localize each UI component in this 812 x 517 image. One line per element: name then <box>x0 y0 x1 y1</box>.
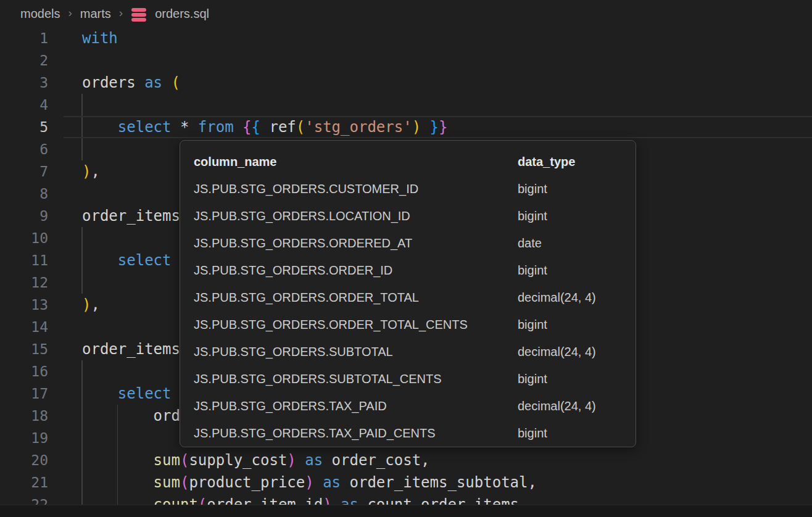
code-row[interactable]: 4 <box>0 94 812 116</box>
breadcrumb-item-file[interactable]: orders.sql <box>155 7 209 21</box>
code-token-pl: ref <box>260 118 296 136</box>
code-token-kw: with <box>82 30 118 47</box>
column-name-cell: JS.PUB.STG_ORDERS.ORDERED_AT <box>194 230 412 257</box>
code-line[interactable]: sum(supply_cost) as order_cost, <box>82 449 430 471</box>
column-name-cell: JS.PUB.STG_ORDERS.ORDER_TOTAL <box>194 284 419 311</box>
code-token-pl: , <box>91 296 99 313</box>
line-number[interactable]: 8 <box>0 183 48 205</box>
code-token-b2: ) <box>305 474 313 491</box>
chevron-right-icon: › <box>68 6 72 20</box>
code-token-kw: from <box>198 118 234 136</box>
code-token-pl: order_cost, <box>323 452 429 469</box>
code-line[interactable]: select <box>82 249 172 271</box>
code-row[interactable]: 20 sum(supply_cost) as order_cost, <box>0 449 812 471</box>
line-number[interactable]: 1 <box>0 27 48 49</box>
code-row[interactable]: 21 sum(product_price) as order_items_sub… <box>0 471 812 494</box>
code-token-ws <box>82 385 118 402</box>
popup-header-row: column_name data_type <box>180 148 636 175</box>
bottom-panel <box>0 505 812 517</box>
line-number[interactable]: 11 <box>0 249 48 271</box>
column-name-cell: JS.PUB.STG_ORDERS.TAX_PAID <box>194 392 387 420</box>
code-token-ws <box>82 118 118 136</box>
table-row: JS.PUB.STG_ORDERS.SUBTOTALdecimal(24, 4) <box>180 338 636 365</box>
line-number[interactable]: 6 <box>0 138 48 160</box>
line-number[interactable]: 16 <box>0 360 48 383</box>
code-row[interactable]: 5 select * from {{ ref('stg_orders') }} <box>0 116 812 138</box>
table-row: JS.PUB.STG_ORDERS.TAX_PAID_CENTSbigint <box>180 420 636 447</box>
code-token-fn: sum <box>154 474 180 491</box>
column-name-cell: JS.PUB.STG_ORDERS.ORDER_ID <box>194 257 392 284</box>
line-number[interactable]: 12 <box>0 271 48 294</box>
line-number[interactable]: 9 <box>0 205 48 227</box>
code-token-pl: orders <box>82 74 144 91</box>
code-line[interactable]: ord <box>82 405 180 427</box>
indent-guide <box>81 360 83 383</box>
code-token-pl: * <box>172 118 198 136</box>
breadcrumb: models › marts › orders.sql <box>20 0 209 27</box>
table-row: JS.PUB.STG_ORDERS.TAX_PAIDdecimal(24, 4) <box>180 392 636 420</box>
code-line[interactable]: ), <box>82 294 100 316</box>
table-row: JS.PUB.STG_ORDERS.ORDER_TOTAL_CENTSbigin… <box>180 311 636 338</box>
code-line[interactable]: with <box>82 27 118 49</box>
data-type-cell: decimal(24, 4) <box>518 392 596 420</box>
line-number[interactable]: 3 <box>0 72 48 94</box>
chevron-right-icon: › <box>119 6 123 20</box>
code-line[interactable]: order_items <box>82 205 180 227</box>
column-name-cell: JS.PUB.STG_ORDERS.SUBTOTAL <box>194 338 393 365</box>
column-name-cell: JS.PUB.STG_ORDERS.CUSTOMER_ID <box>194 175 418 202</box>
code-line[interactable]: select <box>82 383 172 405</box>
breadcrumb-item-marts[interactable]: marts <box>80 7 111 21</box>
code-token-pl: supply_cost <box>189 452 287 469</box>
table-row: JS.PUB.STG_ORDERS.CUSTOMER_IDbigint <box>180 175 636 202</box>
code-token-ws <box>82 252 118 269</box>
line-number[interactable]: 19 <box>0 427 48 449</box>
code-line[interactable]: select * from {{ ref('stg_orders') }} <box>82 116 447 138</box>
data-type-cell: bigint <box>518 257 547 284</box>
code-line[interactable]: order_items <box>82 338 180 360</box>
code-token-b2: ( <box>180 452 189 469</box>
code-token-st: 'stg_orders' <box>305 118 412 136</box>
breadcrumb-item-models[interactable]: models <box>20 7 60 21</box>
editor-window: models › marts › orders.sql 1with23order… <box>0 0 812 517</box>
line-number[interactable]: 20 <box>0 449 48 471</box>
line-number[interactable]: 13 <box>0 294 48 316</box>
line-number[interactable]: 7 <box>0 160 48 183</box>
data-type-cell: bigint <box>518 202 547 230</box>
line-number[interactable]: 21 <box>0 471 48 494</box>
indent-guide <box>81 427 83 449</box>
code-token-pl: , <box>91 163 99 180</box>
line-number[interactable]: 18 <box>0 405 48 427</box>
code-token-b2: { <box>242 118 251 136</box>
line-number[interactable]: 15 <box>0 338 48 360</box>
code-line[interactable]: orders as ( <box>82 72 180 94</box>
line-number[interactable]: 14 <box>0 316 48 338</box>
line-number[interactable]: 2 <box>0 49 48 72</box>
code-token-b3: { <box>252 118 260 136</box>
table-row: JS.PUB.STG_ORDERS.LOCATION_IDbigint <box>180 202 636 230</box>
line-number[interactable]: 17 <box>0 383 48 405</box>
line-number[interactable]: 4 <box>0 94 48 116</box>
data-type-cell: bigint <box>518 365 547 392</box>
code-token-fn: sum <box>154 452 180 469</box>
code-row[interactable]: 3orders as ( <box>0 72 812 94</box>
code-token-kw: select <box>118 385 172 402</box>
line-number[interactable]: 5 <box>0 116 48 138</box>
code-token-kw: as <box>144 74 162 91</box>
column-name-cell: JS.PUB.STG_ORDERS.SUBTOTAL_CENTS <box>194 365 442 392</box>
code-row[interactable]: 2 <box>0 49 812 72</box>
code-token-kw: as <box>305 452 323 469</box>
code-token-kw: as <box>323 474 341 491</box>
code-token-pl <box>234 118 242 136</box>
code-row[interactable]: 1with <box>0 27 812 49</box>
code-token-b1: ) <box>412 118 421 136</box>
code-token-b1: ) <box>82 296 91 313</box>
code-line[interactable]: ), <box>82 160 100 183</box>
data-type-cell: bigint <box>518 420 547 447</box>
data-type-cell: date <box>518 230 542 257</box>
column-name-cell: JS.PUB.STG_ORDERS.TAX_PAID_CENTS <box>194 420 436 447</box>
popup-header-column-name: column_name <box>194 148 276 175</box>
code-line[interactable]: sum(product_price) as order_items_subtot… <box>82 471 537 494</box>
code-token-kw: select <box>118 252 172 269</box>
table-row: JS.PUB.STG_ORDERS.ORDER_IDbigint <box>180 257 636 284</box>
line-number[interactable]: 10 <box>0 227 48 249</box>
